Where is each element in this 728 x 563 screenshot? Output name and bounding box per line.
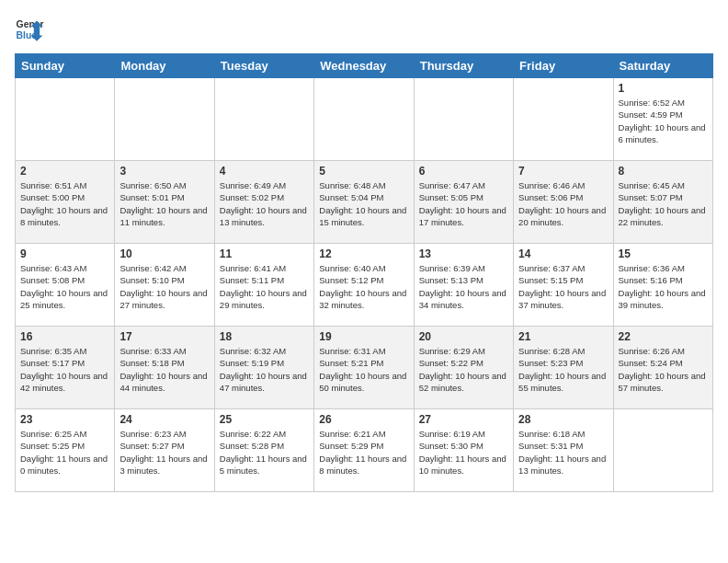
day-info: Sunrise: 6:32 AM Sunset: 5:19 PM Dayligh… bbox=[220, 345, 309, 394]
day-number: 24 bbox=[119, 413, 209, 426]
day-info: Sunrise: 6:35 AM Sunset: 5:17 PM Dayligh… bbox=[20, 345, 109, 394]
day-info: Sunrise: 6:48 AM Sunset: 5:04 PM Dayligh… bbox=[319, 179, 408, 228]
calendar-cell: 4Sunrise: 6:49 AM Sunset: 5:02 PM Daylig… bbox=[214, 161, 313, 244]
calendar-cell: 5Sunrise: 6:48 AM Sunset: 5:04 PM Daylig… bbox=[314, 161, 414, 244]
calendar-week-3: 16Sunrise: 6:35 AM Sunset: 5:17 PM Dayli… bbox=[16, 327, 713, 409]
day-info: Sunrise: 6:47 AM Sunset: 5:05 PM Dayligh… bbox=[419, 179, 508, 228]
day-number: 25 bbox=[220, 413, 309, 426]
calendar-cell: 16Sunrise: 6:35 AM Sunset: 5:17 PM Dayli… bbox=[16, 327, 115, 409]
day-number: 10 bbox=[119, 247, 209, 260]
day-info: Sunrise: 6:36 AM Sunset: 5:16 PM Dayligh… bbox=[619, 262, 708, 311]
calendar-cell: 2Sunrise: 6:51 AM Sunset: 5:00 PM Daylig… bbox=[16, 161, 115, 244]
day-number: 27 bbox=[419, 413, 508, 426]
calendar-cell: 15Sunrise: 6:36 AM Sunset: 5:16 PM Dayli… bbox=[613, 244, 712, 327]
calendar-cell: 23Sunrise: 6:25 AM Sunset: 5:25 PM Dayli… bbox=[16, 409, 115, 492]
day-number: 17 bbox=[119, 330, 209, 343]
day-info: Sunrise: 6:26 AM Sunset: 5:24 PM Dayligh… bbox=[619, 345, 708, 394]
calendar-cell: 3Sunrise: 6:50 AM Sunset: 5:01 PM Daylig… bbox=[115, 161, 214, 244]
logo-icon: General Blue bbox=[15, 15, 44, 44]
day-number: 18 bbox=[220, 330, 309, 343]
calendar-cell: 19Sunrise: 6:31 AM Sunset: 5:21 PM Dayli… bbox=[314, 327, 414, 409]
day-info: Sunrise: 6:33 AM Sunset: 5:18 PM Dayligh… bbox=[119, 345, 209, 394]
day-number: 20 bbox=[419, 330, 508, 343]
weekday-header-sunday: Sunday bbox=[16, 54, 115, 78]
calendar-cell: 13Sunrise: 6:39 AM Sunset: 5:13 PM Dayli… bbox=[414, 244, 513, 327]
calendar-cell: 21Sunrise: 6:28 AM Sunset: 5:23 PM Dayli… bbox=[514, 327, 613, 409]
day-info: Sunrise: 6:42 AM Sunset: 5:10 PM Dayligh… bbox=[119, 262, 209, 311]
calendar-cell bbox=[115, 78, 214, 161]
day-info: Sunrise: 6:28 AM Sunset: 5:23 PM Dayligh… bbox=[518, 345, 608, 394]
calendar-cell: 20Sunrise: 6:29 AM Sunset: 5:22 PM Dayli… bbox=[414, 327, 513, 409]
day-number: 19 bbox=[319, 330, 408, 343]
calendar-cell bbox=[514, 78, 613, 161]
day-info: Sunrise: 6:21 AM Sunset: 5:29 PM Dayligh… bbox=[319, 428, 408, 477]
day-info: Sunrise: 6:18 AM Sunset: 5:31 PM Dayligh… bbox=[518, 428, 608, 477]
calendar-cell: 25Sunrise: 6:22 AM Sunset: 5:28 PM Dayli… bbox=[214, 409, 313, 492]
calendar-cell bbox=[613, 409, 712, 492]
day-info: Sunrise: 6:46 AM Sunset: 5:06 PM Dayligh… bbox=[518, 179, 608, 228]
day-number: 4 bbox=[220, 165, 309, 178]
day-info: Sunrise: 6:52 AM Sunset: 4:59 PM Dayligh… bbox=[619, 97, 708, 145]
day-info: Sunrise: 6:29 AM Sunset: 5:22 PM Dayligh… bbox=[419, 345, 508, 394]
weekday-header-saturday: Saturday bbox=[613, 54, 712, 78]
calendar-week-1: 2Sunrise: 6:51 AM Sunset: 5:00 PM Daylig… bbox=[16, 161, 713, 244]
day-info: Sunrise: 6:31 AM Sunset: 5:21 PM Dayligh… bbox=[319, 345, 408, 394]
calendar-cell: 7Sunrise: 6:46 AM Sunset: 5:06 PM Daylig… bbox=[514, 161, 613, 244]
day-number: 9 bbox=[20, 247, 109, 260]
calendar-table: SundayMondayTuesdayWednesdayThursdayFrid… bbox=[15, 53, 713, 492]
day-number: 2 bbox=[20, 165, 109, 178]
day-info: Sunrise: 6:37 AM Sunset: 5:15 PM Dayligh… bbox=[518, 262, 608, 311]
logo: General Blue bbox=[15, 15, 44, 44]
calendar-cell: 9Sunrise: 6:43 AM Sunset: 5:08 PM Daylig… bbox=[16, 244, 115, 327]
weekday-header-tuesday: Tuesday bbox=[214, 54, 313, 78]
day-number: 11 bbox=[220, 247, 309, 260]
calendar-cell: 27Sunrise: 6:19 AM Sunset: 5:30 PM Dayli… bbox=[414, 409, 513, 492]
calendar-cell: 24Sunrise: 6:23 AM Sunset: 5:27 PM Dayli… bbox=[115, 409, 214, 492]
calendar-header: SundayMondayTuesdayWednesdayThursdayFrid… bbox=[16, 54, 713, 78]
day-number: 28 bbox=[518, 413, 608, 426]
header: General Blue bbox=[15, 15, 713, 44]
day-info: Sunrise: 6:43 AM Sunset: 5:08 PM Dayligh… bbox=[20, 262, 109, 311]
day-info: Sunrise: 6:19 AM Sunset: 5:30 PM Dayligh… bbox=[419, 428, 508, 477]
weekday-header-wednesday: Wednesday bbox=[314, 54, 414, 78]
day-info: Sunrise: 6:41 AM Sunset: 5:11 PM Dayligh… bbox=[220, 262, 309, 311]
day-number: 12 bbox=[319, 247, 408, 260]
day-number: 21 bbox=[518, 330, 608, 343]
day-info: Sunrise: 6:45 AM Sunset: 5:07 PM Dayligh… bbox=[619, 179, 708, 228]
day-info: Sunrise: 6:25 AM Sunset: 5:25 PM Dayligh… bbox=[20, 428, 109, 477]
day-number: 7 bbox=[518, 165, 608, 178]
day-number: 5 bbox=[319, 165, 408, 178]
weekday-header-row: SundayMondayTuesdayWednesdayThursdayFrid… bbox=[16, 54, 713, 78]
calendar-cell: 12Sunrise: 6:40 AM Sunset: 5:12 PM Dayli… bbox=[314, 244, 414, 327]
day-number: 23 bbox=[20, 413, 109, 426]
calendar-cell: 14Sunrise: 6:37 AM Sunset: 5:15 PM Dayli… bbox=[514, 244, 613, 327]
day-number: 16 bbox=[20, 330, 109, 343]
weekday-header-friday: Friday bbox=[514, 54, 613, 78]
weekday-header-thursday: Thursday bbox=[414, 54, 513, 78]
calendar-week-4: 23Sunrise: 6:25 AM Sunset: 5:25 PM Dayli… bbox=[16, 409, 713, 492]
calendar-cell bbox=[214, 78, 313, 161]
day-number: 22 bbox=[619, 330, 708, 343]
calendar-week-2: 9Sunrise: 6:43 AM Sunset: 5:08 PM Daylig… bbox=[16, 244, 713, 327]
day-number: 8 bbox=[619, 165, 708, 178]
day-number: 1 bbox=[619, 82, 708, 95]
day-info: Sunrise: 6:22 AM Sunset: 5:28 PM Dayligh… bbox=[220, 428, 309, 477]
calendar-body: 1Sunrise: 6:52 AM Sunset: 4:59 PM Daylig… bbox=[16, 78, 713, 492]
calendar-cell: 26Sunrise: 6:21 AM Sunset: 5:29 PM Dayli… bbox=[314, 409, 414, 492]
calendar-cell: 11Sunrise: 6:41 AM Sunset: 5:11 PM Dayli… bbox=[214, 244, 313, 327]
calendar-cell: 28Sunrise: 6:18 AM Sunset: 5:31 PM Dayli… bbox=[514, 409, 613, 492]
calendar-week-0: 1Sunrise: 6:52 AM Sunset: 4:59 PM Daylig… bbox=[16, 78, 713, 161]
day-info: Sunrise: 6:50 AM Sunset: 5:01 PM Dayligh… bbox=[119, 179, 209, 228]
calendar-cell bbox=[414, 78, 513, 161]
calendar-cell: 8Sunrise: 6:45 AM Sunset: 5:07 PM Daylig… bbox=[613, 161, 712, 244]
day-info: Sunrise: 6:23 AM Sunset: 5:27 PM Dayligh… bbox=[119, 428, 209, 477]
day-info: Sunrise: 6:39 AM Sunset: 5:13 PM Dayligh… bbox=[419, 262, 508, 311]
calendar-cell: 6Sunrise: 6:47 AM Sunset: 5:05 PM Daylig… bbox=[414, 161, 513, 244]
weekday-header-monday: Monday bbox=[115, 54, 214, 78]
day-number: 13 bbox=[419, 247, 508, 260]
calendar-cell: 17Sunrise: 6:33 AM Sunset: 5:18 PM Dayli… bbox=[115, 327, 214, 409]
day-info: Sunrise: 6:49 AM Sunset: 5:02 PM Dayligh… bbox=[220, 179, 309, 228]
calendar-cell: 18Sunrise: 6:32 AM Sunset: 5:19 PM Dayli… bbox=[214, 327, 313, 409]
day-number: 15 bbox=[619, 247, 708, 260]
day-info: Sunrise: 6:40 AM Sunset: 5:12 PM Dayligh… bbox=[319, 262, 408, 311]
